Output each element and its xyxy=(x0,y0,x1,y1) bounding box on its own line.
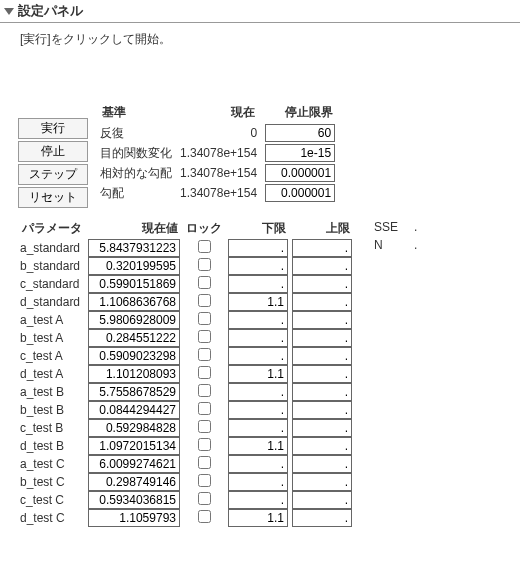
param-lock-checkbox[interactable] xyxy=(198,276,211,289)
param-upper-input[interactable] xyxy=(292,365,352,383)
step-button[interactable]: ステップ xyxy=(18,164,88,185)
param-value-input[interactable] xyxy=(88,455,180,473)
param-value-input[interactable] xyxy=(88,509,180,527)
param-lock-checkbox[interactable] xyxy=(198,474,211,487)
param-name: c_test B xyxy=(18,419,86,437)
param-value-input[interactable] xyxy=(88,419,180,437)
param-lower-input[interactable] xyxy=(228,347,288,365)
param-value-input[interactable] xyxy=(88,347,180,365)
stats-label: N xyxy=(374,238,412,254)
param-lock-checkbox[interactable] xyxy=(198,384,211,397)
param-name: d_standard xyxy=(18,293,86,311)
criteria-label: 勾配 xyxy=(96,183,176,203)
param-upper-input[interactable] xyxy=(292,473,352,491)
param-name: d_test B xyxy=(18,437,86,455)
param-name: d_test C xyxy=(18,509,86,527)
param-value-input[interactable] xyxy=(88,293,180,311)
reset-button[interactable]: リセット xyxy=(18,187,88,208)
param-lower-input[interactable] xyxy=(228,455,288,473)
param-upper-input[interactable] xyxy=(292,293,352,311)
param-upper-input[interactable] xyxy=(292,347,352,365)
param-row: b_test C xyxy=(18,473,354,491)
param-lower-input[interactable] xyxy=(228,491,288,509)
stop-button[interactable]: 停止 xyxy=(18,141,88,162)
param-lock-checkbox[interactable] xyxy=(198,240,211,253)
param-lock-checkbox[interactable] xyxy=(198,420,211,433)
param-value-input[interactable] xyxy=(88,239,180,257)
criteria-limit-input[interactable] xyxy=(265,164,335,182)
param-lock-checkbox[interactable] xyxy=(198,402,211,415)
param-upper-input[interactable] xyxy=(292,311,352,329)
param-lower-input[interactable] xyxy=(228,473,288,491)
param-value-input[interactable] xyxy=(88,365,180,383)
param-row: d_test A xyxy=(18,365,354,383)
param-lower-input[interactable] xyxy=(228,419,288,437)
param-lower-input[interactable] xyxy=(228,437,288,455)
param-row: c_test C xyxy=(18,491,354,509)
criteria-limit-input[interactable] xyxy=(265,124,335,142)
instruction-text: [実行]をクリックして開始。 xyxy=(0,23,520,52)
param-header-current: 現在値 xyxy=(86,218,182,239)
param-upper-input[interactable] xyxy=(292,491,352,509)
param-lower-input[interactable] xyxy=(228,311,288,329)
param-lock-checkbox[interactable] xyxy=(198,258,211,271)
param-lower-input[interactable] xyxy=(228,401,288,419)
param-value-input[interactable] xyxy=(88,401,180,419)
param-row: a_test C xyxy=(18,455,354,473)
param-lower-input[interactable] xyxy=(228,239,288,257)
param-lock-checkbox[interactable] xyxy=(198,366,211,379)
param-upper-input[interactable] xyxy=(292,383,352,401)
criteria-table: 基準 現在 停止限界 反復0目的関数変化1.34078e+154相対的な勾配1.… xyxy=(96,102,339,203)
param-upper-input[interactable] xyxy=(292,419,352,437)
param-name: c_test A xyxy=(18,347,86,365)
param-upper-input[interactable] xyxy=(292,437,352,455)
panel-title: 設定パネル xyxy=(18,2,83,20)
param-row: c_test B xyxy=(18,419,354,437)
param-value-input[interactable] xyxy=(88,275,180,293)
param-row: a_test A xyxy=(18,311,354,329)
param-value-input[interactable] xyxy=(88,329,180,347)
param-lower-input[interactable] xyxy=(228,329,288,347)
param-value-input[interactable] xyxy=(88,437,180,455)
param-header-lock: ロック xyxy=(182,218,226,239)
param-lower-input[interactable] xyxy=(228,257,288,275)
param-lower-input[interactable] xyxy=(228,275,288,293)
param-upper-input[interactable] xyxy=(292,455,352,473)
criteria-limit-input[interactable] xyxy=(265,144,335,162)
param-lock-checkbox[interactable] xyxy=(198,348,211,361)
disclosure-triangle-icon[interactable] xyxy=(4,8,14,15)
stats-row: SSE. xyxy=(374,220,431,236)
param-lower-input[interactable] xyxy=(228,365,288,383)
param-upper-input[interactable] xyxy=(292,329,352,347)
param-lock-checkbox[interactable] xyxy=(198,510,211,523)
param-upper-input[interactable] xyxy=(292,401,352,419)
param-upper-input[interactable] xyxy=(292,275,352,293)
param-row: b_test A xyxy=(18,329,354,347)
param-name: c_standard xyxy=(18,275,86,293)
param-value-input[interactable] xyxy=(88,257,180,275)
param-lower-input[interactable] xyxy=(228,509,288,527)
param-lower-input[interactable] xyxy=(228,383,288,401)
param-lock-checkbox[interactable] xyxy=(198,438,211,451)
param-upper-input[interactable] xyxy=(292,257,352,275)
param-name: b_test A xyxy=(18,329,86,347)
param-upper-input[interactable] xyxy=(292,509,352,527)
param-value-input[interactable] xyxy=(88,491,180,509)
param-lock-checkbox[interactable] xyxy=(198,312,211,325)
param-value-input[interactable] xyxy=(88,473,180,491)
param-header-lower: 下限 xyxy=(226,218,290,239)
param-lower-input[interactable] xyxy=(228,293,288,311)
criteria-limit-input[interactable] xyxy=(265,184,335,202)
criteria-header-criterion: 基準 xyxy=(96,102,176,123)
go-button[interactable]: 実行 xyxy=(18,118,88,139)
param-upper-input[interactable] xyxy=(292,239,352,257)
param-value-input[interactable] xyxy=(88,383,180,401)
stats-column: SSE.N. xyxy=(372,218,433,256)
param-lock-checkbox[interactable] xyxy=(198,294,211,307)
param-lock-checkbox[interactable] xyxy=(198,456,211,469)
criteria-row: 反復0 xyxy=(96,123,339,143)
param-lock-checkbox[interactable] xyxy=(198,330,211,343)
param-value-input[interactable] xyxy=(88,311,180,329)
param-table: パラメータ 現在値 ロック 下限 上限 a_standardb_standard… xyxy=(18,218,354,527)
param-lock-checkbox[interactable] xyxy=(198,492,211,505)
